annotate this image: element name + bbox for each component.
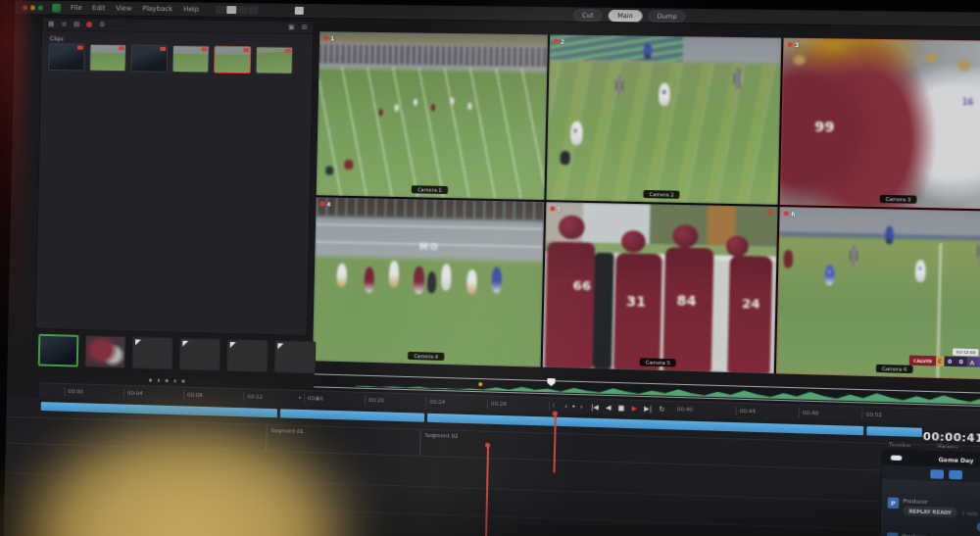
camera-label: Camera 1 bbox=[412, 185, 448, 194]
layout-option-selected-icon[interactable] bbox=[226, 6, 236, 14]
camera3-video: 99 16 14 bbox=[780, 38, 980, 210]
player-blob: 7 bbox=[825, 265, 835, 285]
grid-view-icon[interactable]: ▦ bbox=[48, 20, 55, 27]
app-logo-icon bbox=[52, 3, 61, 12]
jersey-number: 7 bbox=[827, 269, 830, 274]
layout-option-icon[interactable] bbox=[248, 6, 258, 14]
menu-edit[interactable]: Edit bbox=[92, 4, 105, 12]
camera5-video: 66 31 84 24 bbox=[542, 202, 778, 373]
player-blob: 9 bbox=[659, 82, 670, 106]
reply-link[interactable]: 1 reply bbox=[961, 511, 978, 516]
keyframe-dot-icon[interactable] bbox=[478, 382, 482, 386]
switcher-mode-buttons: Cut Main Dump bbox=[573, 9, 686, 23]
clip-thumbnail[interactable] bbox=[130, 44, 168, 72]
clip-bin-panel: ▦ ≡ ▤ ⚙ ▣ ⊞ Clips bbox=[35, 17, 315, 336]
fan-blob bbox=[325, 166, 333, 174]
clip-segment[interactable]: Segment 02 bbox=[419, 430, 458, 457]
player-blob bbox=[450, 98, 454, 105]
chat-action-button[interactable] bbox=[930, 469, 944, 479]
clip-thumbnail[interactable] bbox=[89, 44, 126, 72]
minimize-window-icon[interactable] bbox=[30, 5, 35, 10]
camera-number-badge: 4 bbox=[319, 200, 330, 207]
jersey-number: 7 bbox=[573, 128, 577, 134]
player-blob bbox=[466, 269, 477, 294]
menu-view[interactable]: View bbox=[116, 5, 131, 13]
fullscreen-layout-icon[interactable] bbox=[295, 7, 304, 15]
cut-button[interactable]: Cut bbox=[573, 9, 603, 22]
menu-file[interactable]: File bbox=[71, 4, 82, 12]
crowd-band bbox=[316, 197, 544, 219]
clip-thumbnail[interactable] bbox=[172, 45, 210, 73]
tally-dot-icon bbox=[784, 211, 789, 216]
multiview-tile-camera2[interactable]: 7 9 2 Camera 2 bbox=[546, 34, 782, 205]
chat-action-button[interactable] bbox=[949, 469, 962, 479]
chat-message: P Producer REPLAY READY 1 reply bbox=[887, 497, 980, 518]
ruler-tick: 00:28 bbox=[487, 399, 549, 410]
bank-slot-empty[interactable] bbox=[226, 339, 268, 372]
helmet-blob bbox=[725, 235, 748, 257]
ruler-tick: 00:48 bbox=[799, 409, 862, 419]
crowd-band bbox=[319, 45, 548, 67]
camera-number: 6 bbox=[791, 210, 796, 217]
list-view-icon[interactable]: ≡ bbox=[61, 21, 67, 28]
multiview-tile-camera5[interactable]: 66 31 84 24 5 Camera 5 bbox=[542, 202, 778, 373]
jersey-number: 66 bbox=[572, 277, 591, 293]
tally-dot-icon bbox=[554, 38, 559, 43]
camera-label: Camera 5 bbox=[640, 358, 677, 366]
bank-slot-empty[interactable] bbox=[132, 336, 173, 369]
avatar: P bbox=[887, 532, 899, 536]
settings-gear-icon[interactable]: ⚙ bbox=[99, 21, 105, 28]
player-blob bbox=[364, 268, 374, 293]
main-button[interactable]: Main bbox=[609, 10, 643, 23]
video-track-segment[interactable] bbox=[866, 426, 922, 437]
clip-thumbnail-selected[interactable] bbox=[214, 46, 251, 73]
jog-control[interactable]: ‹ • › bbox=[564, 402, 584, 413]
camera1-video bbox=[317, 31, 548, 200]
camera4-video: MO bbox=[313, 197, 544, 366]
menu-playback[interactable]: Playback bbox=[142, 5, 172, 13]
playhead-pin[interactable] bbox=[547, 378, 555, 386]
window-controls[interactable] bbox=[23, 5, 43, 10]
bank-slot-empty[interactable] bbox=[274, 340, 317, 373]
camera-number: 5 bbox=[557, 205, 561, 212]
go-to-start-button[interactable]: |◀ bbox=[591, 403, 599, 413]
referee-blob bbox=[850, 245, 858, 266]
camera-number-badge: 2 bbox=[554, 37, 565, 44]
player-blob bbox=[414, 99, 417, 106]
panel-view-icon[interactable]: ▤ bbox=[74, 21, 80, 28]
play-button[interactable]: ▶ bbox=[631, 404, 637, 414]
bin-options-icon[interactable]: ▣ bbox=[288, 24, 295, 31]
clip-thumbnail[interactable] bbox=[48, 43, 85, 71]
layout-option-icon[interactable] bbox=[216, 6, 225, 14]
bank-slot-clip[interactable] bbox=[85, 335, 126, 368]
chat-bubble: REPLAY READY bbox=[903, 506, 957, 517]
clip-thumbnail[interactable] bbox=[256, 46, 293, 74]
multiview-tile-camera1[interactable]: 1 Camera 1 bbox=[317, 31, 548, 200]
camera6-video: 7 9 bbox=[776, 207, 980, 380]
chat-bubble-own: Cued bbox=[977, 522, 980, 532]
multiview-tile-camera4[interactable]: MO 4 Camera 4 bbox=[313, 197, 544, 366]
stop-button[interactable]: ■ bbox=[618, 403, 625, 413]
zoom-window-icon[interactable] bbox=[38, 5, 43, 10]
avatar: P bbox=[888, 497, 900, 509]
menu-help[interactable]: Help bbox=[183, 5, 199, 13]
layout-segmented-control[interactable] bbox=[216, 6, 258, 15]
go-to-end-button[interactable]: ▶| bbox=[644, 404, 652, 414]
camera-label: Camera 2 bbox=[643, 190, 680, 199]
bin-add-icon[interactable]: ⊞ bbox=[301, 24, 307, 31]
referee-blob bbox=[734, 68, 743, 90]
dump-button[interactable]: Dump bbox=[648, 10, 686, 23]
record-icon[interactable] bbox=[86, 22, 92, 27]
multiview-tile-camera6-program[interactable]: 7 9 1st 12:00 CALVIN C 0 0 A bbox=[776, 207, 980, 380]
layout-option-icon[interactable] bbox=[237, 6, 247, 14]
wall-signage-text: MO bbox=[419, 242, 440, 253]
camera-number-badge: 5 bbox=[550, 205, 562, 212]
bank-slot-empty[interactable] bbox=[179, 338, 220, 371]
collapse-toggle-icon[interactable] bbox=[891, 456, 903, 461]
home-logo: C bbox=[936, 356, 945, 365]
loop-button[interactable]: ↻ bbox=[659, 405, 664, 414]
multiview-tile-camera3-program[interactable]: 99 16 14 3 Camera 3 bbox=[780, 38, 980, 210]
helmet-blob bbox=[559, 216, 585, 240]
step-back-button[interactable]: ◀ bbox=[606, 403, 612, 413]
bank-slot-active[interactable] bbox=[38, 334, 79, 367]
